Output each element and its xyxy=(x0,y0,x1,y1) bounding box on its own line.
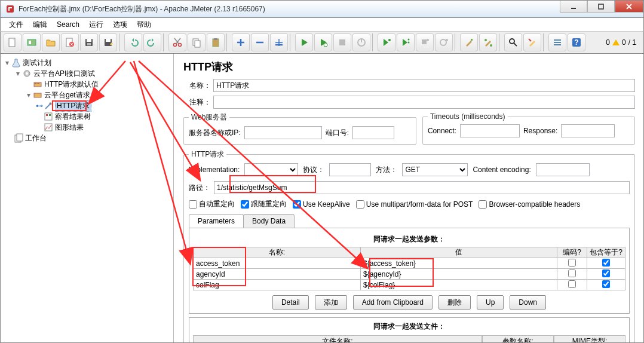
tree-toggle[interactable]: ▾ xyxy=(24,91,33,99)
follow-redirect-checkbox[interactable] xyxy=(241,200,249,209)
menu-search[interactable]: Search xyxy=(52,19,84,30)
function-helper-icon[interactable] xyxy=(548,33,566,51)
start-icon[interactable] xyxy=(295,33,313,51)
file-col-param[interactable]: 参数名称: xyxy=(482,335,554,342)
table-row[interactable]: access_token${access_token} xyxy=(194,258,625,269)
save-as-icon[interactable] xyxy=(99,33,117,51)
foreach-icon xyxy=(33,90,42,100)
detail-button[interactable]: Detail xyxy=(272,295,309,310)
down-button[interactable]: Down xyxy=(510,295,546,310)
enc-input[interactable] xyxy=(536,163,590,176)
tree-http-request[interactable]: HTTP请求 xyxy=(55,100,91,112)
table-row[interactable]: agencyId${agencyId} xyxy=(194,269,625,280)
file-col-filename[interactable]: 文件名称: xyxy=(193,335,482,342)
impl-select[interactable] xyxy=(244,163,298,176)
include-checkbox[interactable] xyxy=(602,270,610,277)
close-file-icon[interactable] xyxy=(61,33,79,51)
col-include[interactable]: 包含等于? xyxy=(587,247,625,258)
tree-thread-group[interactable]: 云平台API接口测试 xyxy=(33,69,95,79)
svg-point-31 xyxy=(490,44,492,47)
tree-http-defaults[interactable]: HTTP请求默认值 xyxy=(44,79,99,90)
collapse-icon[interactable] xyxy=(251,33,269,51)
tree-graph-results[interactable]: 图形结果 xyxy=(55,122,84,133)
connect-input[interactable] xyxy=(460,124,520,137)
tree-foreach[interactable]: 云平台get请求 xyxy=(44,90,90,100)
response-input[interactable] xyxy=(561,124,615,137)
clear-all-icon[interactable] xyxy=(479,33,497,51)
save-icon[interactable] xyxy=(80,33,98,51)
file-col-mime[interactable]: MIME类型: xyxy=(554,335,625,342)
method-select[interactable]: GET xyxy=(402,163,468,176)
delete-button[interactable]: 删除 xyxy=(438,295,471,310)
tree-root[interactable]: 测试计划 xyxy=(23,58,51,68)
undo-icon[interactable] xyxy=(124,33,142,51)
browser-headers-checkbox[interactable] xyxy=(479,200,487,209)
tab-parameters[interactable]: Parameters xyxy=(189,214,244,228)
close-button[interactable] xyxy=(615,1,643,13)
menu-run[interactable]: 运行 xyxy=(84,19,108,31)
paste-icon[interactable] xyxy=(207,33,225,51)
copy-icon[interactable] xyxy=(188,33,206,51)
clear-icon[interactable] xyxy=(460,33,478,51)
menu-edit[interactable]: 编辑 xyxy=(28,19,52,31)
col-name[interactable]: 名称: xyxy=(194,247,361,258)
remote-start-icon[interactable] xyxy=(378,33,395,51)
menu-help[interactable]: 帮助 xyxy=(132,19,156,31)
tree-toggle[interactable]: ▾ xyxy=(3,59,11,67)
search-icon[interactable] xyxy=(504,33,522,51)
tree-results-icon xyxy=(44,112,53,121)
svg-text:?: ? xyxy=(574,38,578,47)
menu-bar: 文件 编辑 Search 运行 选项 帮助 xyxy=(0,18,644,31)
stop-icon[interactable] xyxy=(333,33,351,51)
keepalive-checkbox[interactable] xyxy=(293,200,301,209)
add-clipboard-button[interactable]: Add from Clipboard xyxy=(353,295,433,310)
proto-input[interactable] xyxy=(329,163,371,176)
tree-workbench[interactable]: 工作台 xyxy=(25,133,47,143)
add-button[interactable]: 添加 xyxy=(315,295,347,310)
toggle-icon[interactable] xyxy=(270,33,288,51)
tree-view-results[interactable]: 察看结果树 xyxy=(55,112,91,122)
col-value[interactable]: 值 xyxy=(361,247,557,258)
svg-rect-41 xyxy=(34,93,41,97)
redo-icon[interactable] xyxy=(143,33,161,51)
menu-options[interactable]: 选项 xyxy=(108,19,132,31)
start-no-timers-icon[interactable] xyxy=(314,33,332,51)
maximize-button[interactable] xyxy=(587,1,615,13)
templates-icon[interactable] xyxy=(23,33,41,51)
shutdown-icon[interactable] xyxy=(352,33,370,51)
auto-redirect-checkbox[interactable] xyxy=(189,200,197,209)
expand-icon[interactable] xyxy=(232,33,250,51)
encode-checkbox[interactable] xyxy=(568,259,576,267)
comment-input[interactable] xyxy=(213,96,635,109)
multipart-checkbox[interactable] xyxy=(356,200,364,209)
name-input[interactable] xyxy=(213,79,635,92)
up-button[interactable]: Up xyxy=(477,295,504,310)
menu-file[interactable]: 文件 xyxy=(4,19,28,31)
include-checkbox[interactable] xyxy=(602,259,610,267)
thread-total: / 1 xyxy=(628,38,636,47)
remote-start-all-icon[interactable] xyxy=(397,33,415,51)
help-icon[interactable]: ? xyxy=(568,33,585,51)
encode-checkbox[interactable] xyxy=(568,280,576,288)
remote-shutdown-icon[interactable] xyxy=(435,33,453,51)
tab-body-data[interactable]: Body Data xyxy=(243,214,295,228)
minimize-button[interactable] xyxy=(560,1,587,13)
params-table[interactable]: 名称: 值 编码? 包含等于? access_token${access_tok… xyxy=(193,247,625,290)
table-row[interactable]: colFlag${colFlag} xyxy=(194,280,625,290)
reset-search-icon[interactable] xyxy=(523,33,541,51)
include-checkbox[interactable] xyxy=(602,280,610,288)
keepalive-label: Use KeepAlive xyxy=(303,200,350,209)
proto-label: 协议： xyxy=(303,165,324,175)
server-ip-input[interactable] xyxy=(244,126,322,139)
remote-stop-icon[interactable] xyxy=(416,33,434,51)
tree-toggle[interactable]: ▾ xyxy=(14,69,22,78)
encode-checkbox[interactable] xyxy=(568,270,576,277)
col-encode[interactable]: 编码? xyxy=(557,247,587,258)
svg-rect-33 xyxy=(554,39,561,41)
port-input[interactable] xyxy=(352,126,394,139)
new-icon[interactable] xyxy=(4,33,22,51)
path-input[interactable] xyxy=(214,181,630,194)
cut-icon[interactable] xyxy=(168,33,186,51)
test-plan-tree[interactable]: ▾测试计划 ▾云平台API接口测试 HTTP请求默认值 ▾云平台get请求 ⊷H… xyxy=(1,54,174,342)
open-icon[interactable] xyxy=(42,33,60,51)
